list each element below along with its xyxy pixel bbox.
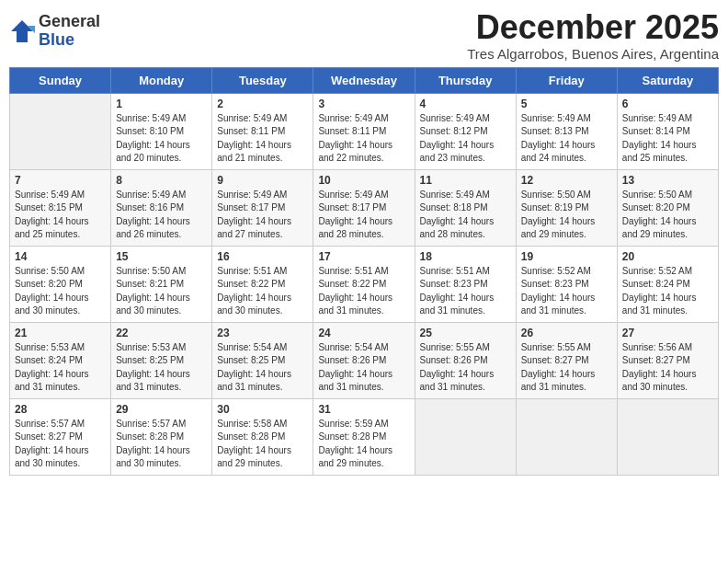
day-number: 21 xyxy=(15,327,106,339)
day-number: 6 xyxy=(622,98,713,110)
day-number: 20 xyxy=(622,250,713,263)
month-title: December 2025 xyxy=(467,9,719,46)
calendar-cell: 3Sunrise: 5:49 AMSunset: 8:11 PMDaylight… xyxy=(313,93,415,169)
day-number: 2 xyxy=(217,98,308,110)
weekday-header-tuesday: Tuesday xyxy=(212,67,313,93)
day-number: 30 xyxy=(217,403,308,416)
calendar-week-row: 28Sunrise: 5:57 AMSunset: 8:27 PMDayligh… xyxy=(10,398,719,475)
logo-general: General xyxy=(39,13,100,31)
weekday-header-friday: Friday xyxy=(516,67,617,93)
calendar: SundayMondayTuesdayWednesdayThursdayFrid… xyxy=(9,67,719,476)
calendar-cell xyxy=(516,398,617,475)
day-info: Sunrise: 5:49 AMSunset: 8:16 PMDaylight:… xyxy=(116,189,207,242)
calendar-cell: 9Sunrise: 5:49 AMSunset: 8:17 PMDaylight… xyxy=(212,169,313,246)
calendar-cell: 26Sunrise: 5:55 AMSunset: 8:27 PMDayligh… xyxy=(516,322,617,398)
day-number: 23 xyxy=(217,327,308,339)
day-info: Sunrise: 5:54 AMSunset: 8:25 PMDaylight:… xyxy=(217,341,308,395)
calendar-cell: 18Sunrise: 5:51 AMSunset: 8:23 PMDayligh… xyxy=(415,246,516,322)
weekday-header-thursday: Thursday xyxy=(415,67,516,93)
calendar-cell: 31Sunrise: 5:59 AMSunset: 8:28 PMDayligh… xyxy=(313,398,415,475)
day-number: 13 xyxy=(622,174,713,187)
day-info: Sunrise: 5:50 AMSunset: 8:21 PMDaylight:… xyxy=(116,265,207,318)
svg-marker-0 xyxy=(11,20,33,42)
calendar-cell: 24Sunrise: 5:54 AMSunset: 8:26 PMDayligh… xyxy=(313,322,415,398)
calendar-week-row: 7Sunrise: 5:49 AMSunset: 8:15 PMDaylight… xyxy=(10,169,719,246)
calendar-cell: 14Sunrise: 5:50 AMSunset: 8:20 PMDayligh… xyxy=(10,246,111,322)
weekday-header-row: SundayMondayTuesdayWednesdayThursdayFrid… xyxy=(10,67,719,93)
calendar-cell: 27Sunrise: 5:56 AMSunset: 8:27 PMDayligh… xyxy=(617,322,718,398)
day-info: Sunrise: 5:49 AMSunset: 8:17 PMDaylight:… xyxy=(217,189,308,242)
calendar-cell: 21Sunrise: 5:53 AMSunset: 8:24 PMDayligh… xyxy=(10,322,111,398)
logo-text: General Blue xyxy=(39,13,100,50)
day-info: Sunrise: 5:54 AMSunset: 8:26 PMDaylight:… xyxy=(318,341,409,395)
day-number: 1 xyxy=(116,98,207,110)
weekday-header-saturday: Saturday xyxy=(617,67,718,93)
calendar-cell: 11Sunrise: 5:49 AMSunset: 8:18 PMDayligh… xyxy=(415,169,516,246)
day-number: 28 xyxy=(15,403,106,416)
location: Tres Algarrobos, Buenos Aires, Argentina xyxy=(467,46,719,62)
day-info: Sunrise: 5:57 AMSunset: 8:27 PMDaylight:… xyxy=(15,418,106,471)
day-number: 25 xyxy=(420,327,511,339)
day-info: Sunrise: 5:49 AMSunset: 8:11 PMDaylight:… xyxy=(318,112,409,166)
calendar-cell: 20Sunrise: 5:52 AMSunset: 8:24 PMDayligh… xyxy=(617,246,718,322)
calendar-cell: 16Sunrise: 5:51 AMSunset: 8:22 PMDayligh… xyxy=(212,246,313,322)
calendar-cell: 13Sunrise: 5:50 AMSunset: 8:20 PMDayligh… xyxy=(617,169,718,246)
day-number: 19 xyxy=(521,250,612,263)
day-info: Sunrise: 5:58 AMSunset: 8:28 PMDaylight:… xyxy=(217,418,308,471)
day-info: Sunrise: 5:51 AMSunset: 8:22 PMDaylight:… xyxy=(217,265,308,318)
day-info: Sunrise: 5:51 AMSunset: 8:22 PMDaylight:… xyxy=(318,265,409,318)
calendar-cell: 6Sunrise: 5:49 AMSunset: 8:14 PMDaylight… xyxy=(617,93,718,169)
calendar-week-row: 14Sunrise: 5:50 AMSunset: 8:20 PMDayligh… xyxy=(10,246,719,322)
day-number: 27 xyxy=(622,327,713,339)
day-info: Sunrise: 5:53 AMSunset: 8:25 PMDaylight:… xyxy=(116,341,207,395)
calendar-cell: 8Sunrise: 5:49 AMSunset: 8:16 PMDaylight… xyxy=(111,169,212,246)
calendar-cell: 19Sunrise: 5:52 AMSunset: 8:23 PMDayligh… xyxy=(516,246,617,322)
day-number: 29 xyxy=(116,403,207,416)
day-info: Sunrise: 5:56 AMSunset: 8:27 PMDaylight:… xyxy=(622,341,713,395)
day-number: 22 xyxy=(116,327,207,339)
day-info: Sunrise: 5:49 AMSunset: 8:18 PMDaylight:… xyxy=(420,189,511,242)
calendar-cell: 17Sunrise: 5:51 AMSunset: 8:22 PMDayligh… xyxy=(313,246,415,322)
day-info: Sunrise: 5:55 AMSunset: 8:27 PMDaylight:… xyxy=(521,341,612,395)
day-number: 10 xyxy=(318,174,409,187)
day-number: 11 xyxy=(420,174,511,187)
day-number: 3 xyxy=(318,98,409,110)
day-number: 17 xyxy=(318,250,409,263)
calendar-cell: 15Sunrise: 5:50 AMSunset: 8:21 PMDayligh… xyxy=(111,246,212,322)
calendar-cell xyxy=(415,398,516,475)
calendar-cell: 29Sunrise: 5:57 AMSunset: 8:28 PMDayligh… xyxy=(111,398,212,475)
day-info: Sunrise: 5:52 AMSunset: 8:24 PMDaylight:… xyxy=(622,265,713,318)
day-info: Sunrise: 5:49 AMSunset: 8:17 PMDaylight:… xyxy=(318,189,409,242)
day-number: 7 xyxy=(15,174,106,187)
calendar-cell xyxy=(10,93,111,169)
day-info: Sunrise: 5:53 AMSunset: 8:24 PMDaylight:… xyxy=(15,341,106,395)
day-number: 4 xyxy=(420,98,511,110)
day-number: 12 xyxy=(521,174,612,187)
calendar-cell: 1Sunrise: 5:49 AMSunset: 8:10 PMDaylight… xyxy=(111,93,212,169)
day-number: 15 xyxy=(116,250,207,263)
day-info: Sunrise: 5:57 AMSunset: 8:28 PMDaylight:… xyxy=(116,418,207,471)
day-info: Sunrise: 5:49 AMSunset: 8:13 PMDaylight:… xyxy=(521,112,612,166)
day-info: Sunrise: 5:49 AMSunset: 8:10 PMDaylight:… xyxy=(116,112,207,166)
day-number: 9 xyxy=(217,174,308,187)
day-number: 8 xyxy=(116,174,207,187)
day-info: Sunrise: 5:51 AMSunset: 8:23 PMDaylight:… xyxy=(420,265,511,318)
weekday-header-monday: Monday xyxy=(111,67,212,93)
day-info: Sunrise: 5:49 AMSunset: 8:11 PMDaylight:… xyxy=(217,112,308,166)
calendar-cell: 28Sunrise: 5:57 AMSunset: 8:27 PMDayligh… xyxy=(10,398,111,475)
header: General Blue December 2025 Tres Algarrob… xyxy=(9,9,719,62)
weekday-header-wednesday: Wednesday xyxy=(313,67,415,93)
logo-icon xyxy=(9,18,35,44)
day-info: Sunrise: 5:55 AMSunset: 8:26 PMDaylight:… xyxy=(420,341,511,395)
day-number: 18 xyxy=(420,250,511,263)
calendar-week-row: 1Sunrise: 5:49 AMSunset: 8:10 PMDaylight… xyxy=(10,93,719,169)
calendar-cell: 5Sunrise: 5:49 AMSunset: 8:13 PMDaylight… xyxy=(516,93,617,169)
calendar-cell: 12Sunrise: 5:50 AMSunset: 8:19 PMDayligh… xyxy=(516,169,617,246)
day-info: Sunrise: 5:52 AMSunset: 8:23 PMDaylight:… xyxy=(521,265,612,318)
calendar-cell: 2Sunrise: 5:49 AMSunset: 8:11 PMDaylight… xyxy=(212,93,313,169)
calendar-cell xyxy=(617,398,718,475)
day-number: 16 xyxy=(217,250,308,263)
day-number: 26 xyxy=(521,327,612,339)
calendar-cell: 25Sunrise: 5:55 AMSunset: 8:26 PMDayligh… xyxy=(415,322,516,398)
calendar-cell: 30Sunrise: 5:58 AMSunset: 8:28 PMDayligh… xyxy=(212,398,313,475)
